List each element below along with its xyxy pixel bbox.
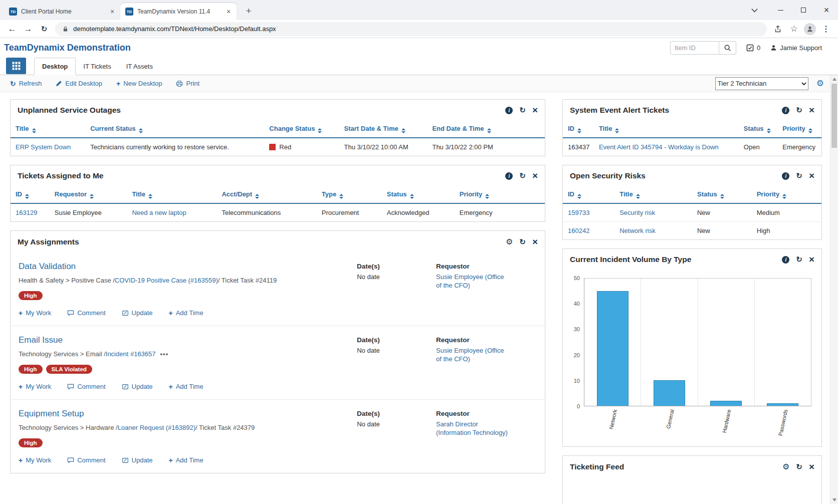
gear-icon[interactable]	[506, 237, 513, 246]
col-header-id[interactable]: ID	[11, 186, 50, 203]
breadcrumb-link[interactable]: Loaner Request (#163892)	[118, 424, 195, 431]
col-header-status[interactable]: Status	[739, 121, 777, 138]
new-tab-button[interactable]	[242, 4, 256, 18]
add-time-action[interactable]: Add Time	[169, 456, 203, 464]
tab-search-chevron-icon[interactable]	[743, 0, 766, 20]
search-button[interactable]	[719, 41, 736, 55]
update-action[interactable]: Update	[122, 383, 153, 390]
tab-desktop[interactable]: Desktop	[34, 58, 76, 75]
refresh-button[interactable]: Refresh	[10, 80, 42, 88]
col-header-title[interactable]: Title	[614, 186, 692, 203]
close-icon[interactable]	[532, 238, 538, 245]
col-header-start[interactable]: Start Date & Time	[339, 121, 428, 138]
requestor-link[interactable]: Sarah Director (Information Technology)	[436, 420, 509, 437]
risk-id-link[interactable]: 160242	[568, 227, 589, 234]
info-icon[interactable]	[782, 256, 789, 264]
info-icon[interactable]	[782, 172, 789, 180]
col-header-priority[interactable]: Priority	[752, 186, 821, 203]
comment-action[interactable]: Comment	[67, 309, 105, 317]
scrollbar-up-arrow-icon[interactable]	[832, 78, 836, 81]
tab-close-icon[interactable]	[108, 8, 116, 16]
info-icon[interactable]	[782, 107, 789, 114]
col-header-change-status[interactable]: Change Status	[264, 121, 339, 138]
col-header-type[interactable]: Type	[317, 186, 382, 203]
risk-title-link[interactable]: Security risk	[619, 209, 655, 216]
info-icon[interactable]	[505, 107, 513, 114]
close-icon[interactable]	[809, 256, 814, 263]
user-menu[interactable]: Jamie Support	[770, 44, 822, 52]
scrollbar-thumb[interactable]	[831, 84, 837, 148]
col-header-current-status[interactable]: Current Status	[85, 121, 264, 138]
comment-action[interactable]: Comment	[67, 456, 105, 464]
profile-avatar[interactable]	[803, 22, 817, 36]
update-action[interactable]: Update	[122, 309, 153, 317]
new-desktop-button[interactable]: New Desktop	[116, 80, 162, 87]
scrollbar-down-arrow-icon[interactable]	[832, 498, 836, 501]
window-maximize-button[interactable]	[792, 0, 815, 20]
my-work-action[interactable]: My Work	[19, 456, 51, 464]
refresh-icon[interactable]	[796, 106, 802, 115]
refresh-icon[interactable]	[796, 462, 802, 471]
ticket-title-link[interactable]: Need a new laptop	[132, 209, 186, 216]
col-header-title[interactable]: Title	[594, 121, 739, 138]
browser-tab-teamdynamix[interactable]: TD TeamDynamix Version 11.4	[120, 3, 237, 20]
risk-id-link[interactable]: 159733	[568, 209, 589, 216]
ticket-id-link[interactable]: 163129	[16, 209, 37, 216]
risk-title-link[interactable]: Network risk	[619, 227, 656, 234]
add-time-action[interactable]: Add Time	[169, 309, 203, 317]
vertical-scrollbar[interactable]	[830, 75, 838, 504]
close-icon[interactable]	[809, 172, 814, 179]
refresh-icon[interactable]	[519, 237, 526, 246]
refresh-icon[interactable]	[519, 106, 526, 115]
assignment-title-link[interactable]: Email Issue	[19, 335, 63, 345]
item-id-input[interactable]	[670, 41, 719, 55]
col-header-title[interactable]: Title	[11, 121, 85, 138]
desktop-selector[interactable]: Tier 2 Technician	[715, 77, 808, 90]
requestor-link[interactable]: Susie Employee (Office of the CFO)	[436, 273, 509, 290]
my-work-action[interactable]: My Work	[19, 309, 51, 317]
assignment-title-link[interactable]: Equipment Setup	[19, 409, 84, 419]
window-minimize-button[interactable]	[769, 0, 792, 20]
refresh-icon[interactable]	[796, 255, 802, 264]
more-options-icon[interactable]	[160, 350, 169, 358]
close-icon[interactable]	[532, 172, 538, 179]
breadcrumb-link[interactable]: COVID-19 Positive Case (#163559)	[115, 277, 218, 284]
tab-close-icon[interactable]	[225, 8, 233, 16]
my-work-count[interactable]: 0	[746, 44, 760, 52]
col-header-priority[interactable]: Priority	[777, 121, 821, 138]
outage-title-link[interactable]: ERP System Down	[16, 143, 71, 151]
app-menu-button[interactable]	[6, 58, 26, 74]
edit-desktop-button[interactable]: Edit Desktop	[56, 80, 102, 87]
alert-title-link[interactable]: Event Alert ID 345794 - Workday is Down	[599, 143, 719, 151]
gear-icon[interactable]	[782, 462, 789, 471]
close-icon[interactable]	[809, 463, 814, 470]
reload-icon[interactable]	[37, 22, 51, 36]
col-header-status[interactable]: Status	[382, 186, 455, 203]
share-icon[interactable]	[771, 22, 785, 36]
col-header-id[interactable]: ID	[563, 121, 594, 138]
desktop-settings-gear-icon[interactable]	[816, 78, 824, 89]
window-close-button[interactable]	[815, 0, 838, 20]
update-action[interactable]: Update	[122, 456, 153, 464]
tab-it-tickets[interactable]: IT Tickets	[76, 58, 118, 75]
tab-it-assets[interactable]: IT Assets	[119, 58, 160, 75]
refresh-icon[interactable]	[796, 171, 802, 180]
add-time-action[interactable]: Add Time	[169, 383, 203, 390]
col-header-requestor[interactable]: Requestor	[50, 186, 127, 203]
col-header-id[interactable]: ID	[563, 186, 614, 203]
forward-icon[interactable]	[21, 22, 35, 36]
col-header-title[interactable]: Title	[127, 186, 217, 203]
browser-menu-icon[interactable]	[819, 22, 833, 36]
assignment-title-link[interactable]: Data Validation	[19, 262, 76, 272]
comment-action[interactable]: Comment	[67, 383, 105, 390]
col-header-end[interactable]: End Date & Time	[427, 121, 545, 138]
my-work-action[interactable]: My Work	[19, 383, 51, 390]
requestor-link[interactable]: Susie Employee (Office of the CFO)	[436, 347, 509, 364]
address-bar[interactable]: demotemplate.teamdynamix.com/TDNext/Home…	[55, 22, 767, 36]
close-icon[interactable]	[532, 106, 538, 114]
col-header-dept[interactable]: Acct/Dept	[217, 186, 316, 203]
refresh-icon[interactable]	[519, 171, 526, 180]
close-icon[interactable]	[809, 106, 814, 114]
back-icon[interactable]	[5, 22, 19, 36]
info-icon[interactable]	[505, 172, 513, 180]
